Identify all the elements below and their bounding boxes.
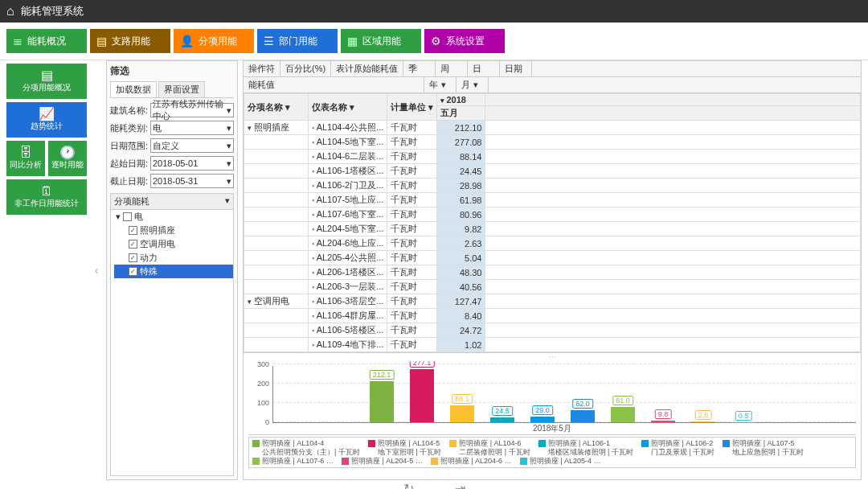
chart-bar[interactable]: 24.5: [490, 417, 514, 422]
legend-swatch: [641, 440, 649, 447]
col-header[interactable]: 分项名称: [248, 102, 283, 112]
type-select[interactable]: 电▾: [150, 121, 234, 135]
tb-q[interactable]: 季: [403, 61, 436, 76]
export-data-button[interactable]: ⇥导出数据: [442, 483, 477, 490]
home-icon[interactable]: ⌂: [6, 4, 14, 18]
nav-1[interactable]: ▤支路用能: [90, 29, 170, 53]
table-row[interactable]: ▪ AL106-1塔楼区...千瓦时24.45: [244, 164, 861, 179]
chart-bar[interactable]: 62.0: [571, 410, 595, 422]
sidebar-overview[interactable]: ▤分项用能概况: [6, 64, 87, 99]
nav-2[interactable]: 👤分项用能: [174, 29, 254, 53]
chevron-down-icon[interactable]: ▾: [428, 102, 433, 112]
collapse-handle[interactable]: ‹: [92, 60, 101, 480]
table-row[interactable]: ▪ AL106-5塔楼区...千瓦时24.72: [244, 323, 861, 338]
col-header[interactable]: 仪表名称: [312, 102, 347, 112]
table-row[interactable]: ▪ AL206-3一层装...千瓦时40.56: [244, 280, 861, 294]
checkbox[interactable]: ✓: [129, 253, 137, 262]
chart-bar[interactable]: 2.6: [691, 421, 715, 422]
chart-bar[interactable]: 9.8: [651, 421, 675, 422]
legend-item: 照明插座 | AL205-4 …: [520, 457, 601, 466]
sidebar-yoy[interactable]: 🗄同比分析: [6, 141, 45, 176]
legend-item: 照明插座 | AL106-2门卫及景观 | 千瓦时: [641, 439, 714, 457]
building-select[interactable]: 江苏有线苏州传输中心▾: [150, 103, 234, 117]
table-row[interactable]: ▾ 照明插座▪ AL104-4公共照...千瓦时212.10: [244, 121, 861, 135]
table-row[interactable]: ▪ AL204-5地下室...千瓦时9.82: [244, 222, 861, 236]
table-row[interactable]: ▪ AL104-5地下室...千瓦时277.08: [244, 135, 861, 150]
main-nav: ≣能耗概况▤支路用能👤分项用能☰部门用能▦区域用能⚙系统设置: [0, 23, 868, 60]
table-row[interactable]: ▪ AL106-2门卫及...千瓦时28.98: [244, 179, 861, 193]
tb-raw[interactable]: 表计原始能耗值: [331, 61, 403, 76]
chevron-down-icon[interactable]: ▾: [285, 102, 290, 112]
chart-area: 0100200300 212.1277.188.124.529.062.081.…: [244, 361, 861, 479]
lbl-range: 日期范围:: [110, 140, 150, 152]
nav-0[interactable]: ≣能耗概况: [6, 29, 87, 53]
load-data-button[interactable]: ↻加载数据: [391, 483, 426, 490]
sidebar-nonwork[interactable]: 🗓非工作日用能统计: [6, 179, 87, 215]
chevron-down-icon[interactable]: ▾: [350, 102, 354, 112]
table-row[interactable]: ▪ AL107-6地下室...千瓦时80.96: [244, 208, 861, 222]
tab-load[interactable]: 加载数据: [110, 81, 157, 97]
table-row[interactable]: ▪ AL107-5地上应...千瓦时61.98: [244, 193, 861, 208]
data-table: 分项名称 ▾ 仪表名称 ▾ 计量单位 ▾ ▾2018 五月 ▾ 照明插座▪ AL…: [244, 93, 861, 353]
checkbox[interactable]: ✓: [129, 240, 137, 249]
resize-handle[interactable]: ⋯: [244, 353, 861, 361]
table-row[interactable]: ▪ AL109-4地下排...千瓦时1.02: [244, 338, 861, 352]
tab-ui[interactable]: 界面设置: [158, 81, 205, 97]
chart-bar[interactable]: 81.0: [611, 407, 635, 422]
chart-bar[interactable]: 212.1: [370, 381, 394, 422]
nav-4[interactable]: ▦区域用能: [341, 29, 421, 53]
chevron-down-icon[interactable]: ▾: [225, 195, 230, 208]
nav-3[interactable]: ☰部门用能: [257, 29, 338, 53]
tb-w[interactable]: 周: [436, 61, 468, 76]
collapse-icon[interactable]: ▾: [440, 97, 444, 105]
bar-label: 62.0: [572, 399, 593, 409]
checkbox[interactable]: ✓: [129, 267, 137, 276]
bar-label: 0.5: [735, 411, 752, 421]
tb-mo[interactable]: 月 ▾: [457, 77, 489, 92]
sidebar-trend[interactable]: 📈趋势统计: [6, 102, 87, 138]
chart-bar[interactable]: 88.1: [450, 405, 474, 422]
tree-item[interactable]: ✓空调用电: [114, 237, 233, 251]
tb-val[interactable]: 能耗值: [244, 77, 424, 92]
sidebar-time[interactable]: 🕐逐时用能: [48, 141, 87, 176]
tree-panel: 分项能耗▾ ▾电 ✓照明插座 ✓空调用电 ✓动力 ✓特殊: [110, 193, 234, 476]
chart-bar[interactable]: 29.0: [530, 417, 555, 422]
legend-item: 照明插座 | AL204-5 …: [342, 457, 423, 466]
bar-label: 24.5: [492, 406, 513, 416]
db-icon: 🗄: [19, 146, 32, 159]
checkbox[interactable]: ✓: [129, 226, 137, 235]
table-row[interactable]: ▪ AL204-6地上应...千瓦时2.63: [244, 236, 861, 251]
col-header[interactable]: 计量单位: [391, 102, 426, 112]
table-row[interactable]: ▪ AL104-6二层装...千瓦时88.14: [244, 150, 861, 164]
lbl-building: 建筑名称:: [110, 105, 150, 117]
sidebar-item-label: 非工作日用能统计: [14, 198, 79, 209]
legend-item: 照明插座 | AL106-1塔楼区域装修照明 | 千瓦时: [538, 439, 633, 457]
tree-item[interactable]: ✓动力: [114, 251, 233, 265]
tb-op[interactable]: 操作符: [244, 61, 280, 76]
tree-root[interactable]: ▾电: [114, 210, 233, 224]
table-row[interactable]: ▾ 空调用电▪ AL106-3塔层空...千瓦时127.47: [244, 294, 861, 309]
tree-item[interactable]: ✓照明插座: [114, 224, 233, 237]
end-date[interactable]: 2018-05-31▾: [150, 174, 234, 188]
checkbox[interactable]: [123, 212, 132, 221]
nav-5[interactable]: ⚙系统设置: [424, 29, 505, 53]
tb-pct[interactable]: 百分比(%): [280, 61, 331, 76]
bottom-bar: ↻加载数据 ⇥导出数据: [0, 480, 868, 489]
chevron-down-icon: ▾: [441, 80, 446, 90]
table-row[interactable]: ▪ AL106-4群房屋...千瓦时8.40: [244, 309, 861, 323]
tree-item-selected[interactable]: ✓特殊: [114, 265, 233, 278]
tb-d[interactable]: 日: [468, 61, 500, 76]
legend-item: 照明插座 | AL107-6 …: [252, 457, 334, 466]
chevron-down-icon: ▾: [473, 80, 478, 90]
table-row[interactable]: ▪ AL206-1塔楼区...千瓦时48.30: [244, 265, 861, 280]
table-row[interactable]: ▪ AL205-4公共照...千瓦时5.04: [244, 251, 861, 265]
legend-text: 照明插座 | AL204-5 …: [351, 457, 423, 466]
tb-yr[interactable]: 年 ▾: [424, 77, 457, 92]
legend-swatch: [520, 458, 527, 465]
clock-icon: 🕐: [59, 146, 76, 159]
start-date[interactable]: 2018-05-01▾: [150, 156, 234, 171]
legend-swatch: [368, 440, 375, 447]
range-select[interactable]: 自定义▾: [150, 138, 234, 153]
chart-bar[interactable]: 277.1: [410, 369, 434, 423]
tb-date[interactable]: 日期: [500, 61, 532, 76]
